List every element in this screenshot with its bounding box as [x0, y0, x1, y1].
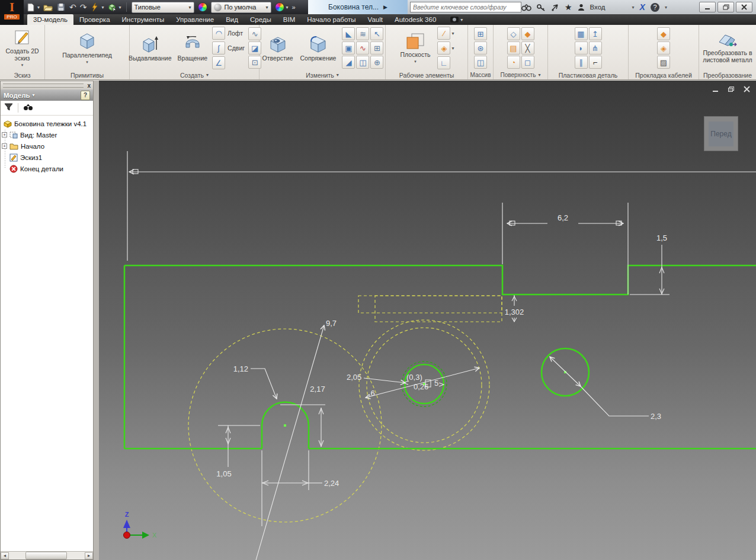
dim-2-05[interactable]: 2,05	[347, 373, 361, 382]
browser-drag-bar[interactable]: x	[1, 81, 93, 89]
sketch-center-points[interactable]	[284, 371, 566, 427]
boss-icon[interactable]: ↥	[589, 27, 602, 40]
dim-6-2[interactable]: 6,2	[558, 213, 568, 222]
stitch-icon[interactable]: ◇	[507, 27, 520, 40]
filter-icon[interactable]	[4, 103, 13, 113]
panel-label-modify[interactable]: Изменить	[306, 72, 334, 79]
save-icon[interactable]	[56, 2, 66, 12]
scroll-left-icon[interactable]: ◂	[1, 552, 9, 559]
copy-object-icon[interactable]: ⊞	[370, 41, 383, 55]
redo-icon[interactable]: ↷	[80, 3, 87, 11]
appearance-combo[interactable]: По умолча▾	[211, 2, 271, 13]
browser-close-icon[interactable]: x	[87, 82, 91, 89]
open-file-icon[interactable]	[43, 2, 53, 12]
dim-9-7[interactable]: 9,7	[326, 319, 337, 328]
grille-icon[interactable]: ▦	[575, 27, 588, 40]
rectangular-pattern-icon[interactable]: ⊞	[474, 27, 487, 40]
update-dropdown[interactable]: ▾	[101, 5, 104, 10]
construction-geometry[interactable]	[188, 296, 502, 522]
work-plane-button[interactable]: Плоскость ▾	[399, 31, 432, 65]
panel-label-create[interactable]: Создать	[180, 72, 204, 79]
rest-icon[interactable]: ⌐	[589, 56, 602, 69]
browser-help-button[interactable]: ?	[81, 91, 90, 100]
browser-title-dropdown[interactable]: ▾	[33, 92, 35, 98]
move-body-icon[interactable]: ⊕	[370, 56, 383, 69]
sculpt-icon[interactable]: ◔	[507, 56, 520, 69]
help-dropdown[interactable]: ▾	[665, 5, 667, 10]
thread-icon[interactable]: ≋	[356, 27, 369, 40]
dim-2-3[interactable]: 2,3	[651, 412, 661, 421]
create-harness-icon[interactable]: ◆	[657, 27, 670, 40]
minimize-button[interactable]	[699, 2, 716, 12]
doc-restore-icon[interactable]	[728, 84, 735, 95]
trim-icon[interactable]: ╳	[521, 41, 534, 55]
dim-2-17[interactable]: 2,17	[310, 385, 325, 393]
snap-fit-icon[interactable]: ⋔	[589, 41, 602, 55]
adjust-colorwheel-icon[interactable]	[275, 2, 284, 12]
presentation-camera-button[interactable]: ▾	[450, 14, 463, 25]
new-file-dropdown[interactable]: ▾	[37, 5, 40, 10]
favorites-star-icon[interactable]: ★	[565, 2, 572, 12]
select-dropdown[interactable]: ▾	[119, 5, 121, 10]
adjust-dropdown[interactable]: ▾	[286, 5, 289, 10]
combine-icon[interactable]: ◫	[356, 56, 369, 69]
route-cable-icon[interactable]: ▨	[657, 56, 670, 69]
help-icon[interactable]: ?	[651, 3, 659, 12]
user-icon[interactable]	[578, 4, 585, 11]
work-point-dropdown[interactable]: ▾	[451, 46, 454, 51]
signin-dropdown[interactable]: ▾	[632, 5, 635, 10]
work-axis-icon[interactable]: ∕	[437, 27, 450, 40]
tab-3d-model[interactable]: 3D-модель	[27, 14, 73, 25]
move-face-icon[interactable]: ↖	[370, 27, 383, 40]
tree-item-end-of-part[interactable]: Конец детали	[1, 163, 93, 174]
ruled-surface-icon[interactable]: ▤	[507, 41, 520, 55]
extrude-button[interactable]: Выдавливание	[127, 33, 173, 63]
tab-tools[interactable]: Инструменты	[116, 14, 171, 25]
circular-pattern-icon[interactable]: ⊛	[474, 41, 487, 55]
fillet-button[interactable]: Сопряжение	[299, 33, 338, 63]
select-icon[interactable]	[108, 2, 117, 12]
loft-icon[interactable]: ◠	[212, 27, 225, 40]
expand-icon[interactable]: +	[2, 143, 7, 149]
dim-5-fragment[interactable]: 5	[434, 379, 438, 388]
undo-icon[interactable]: ↶	[69, 3, 76, 11]
hole-button[interactable]: Отверстие	[261, 33, 294, 63]
close-button[interactable]	[736, 2, 752, 12]
convert-to-sheet-metal-button[interactable]: Преобразовать в листовой металл	[700, 31, 755, 65]
revolve-button[interactable]: Вращение	[177, 33, 209, 63]
tab-bim[interactable]: BIM	[277, 14, 301, 25]
delete-face-icon[interactable]: ◻	[521, 56, 534, 69]
dim-1-12[interactable]: 1,12	[233, 364, 248, 373]
update-icon[interactable]	[90, 2, 100, 12]
tab-manage[interactable]: Управление	[170, 14, 220, 25]
dim-1-5[interactable]: 1,5	[656, 233, 667, 242]
sign-in-link[interactable]: Вход	[590, 4, 606, 11]
browser-splitter[interactable]	[94, 81, 99, 560]
rib-icon[interactable]: ∥	[575, 56, 588, 69]
tree-item-view-master[interactable]: + Вид: Master	[1, 129, 93, 140]
restore-button[interactable]	[717, 2, 734, 12]
new-file-icon[interactable]	[26, 2, 36, 12]
loft-label[interactable]: Лофт	[228, 30, 243, 37]
qat-overflow-button[interactable]: »	[292, 4, 294, 11]
exchange-apps-icon[interactable]: X	[640, 2, 645, 12]
subscription-key-icon[interactable]	[537, 4, 546, 11]
work-axis-dropdown[interactable]: ▾	[451, 31, 454, 36]
inventor-app-button[interactable]: I PRO	[0, 0, 24, 25]
work-ucs-icon[interactable]: ∟	[437, 56, 450, 69]
panel-label-surface[interactable]: Поверхность	[501, 72, 536, 78]
mirror-icon[interactable]: ◫	[474, 56, 487, 69]
viewcube-front-label[interactable]: Перед	[710, 130, 731, 138]
browser-header[interactable]: Модель ▾ ?	[1, 89, 93, 101]
dim-1-05[interactable]: 1,05	[216, 469, 231, 478]
work-point-icon[interactable]: ◈	[437, 41, 450, 55]
tree-item-origin-folder[interactable]: + Начало	[1, 140, 93, 152]
dim-2-24[interactable]: 2,24	[324, 479, 339, 488]
communication-center-icon[interactable]	[551, 4, 559, 11]
dim-0-26[interactable]: 0,26	[414, 382, 428, 391]
tab-vault[interactable]: Vault	[362, 14, 389, 25]
tab-inspect[interactable]: Проверка	[73, 14, 116, 25]
sweep-icon[interactable]: ∫	[212, 41, 225, 55]
tab-get-started[interactable]: Начало работы	[301, 14, 361, 25]
dim-1-302[interactable]: 1,302	[505, 308, 524, 316]
